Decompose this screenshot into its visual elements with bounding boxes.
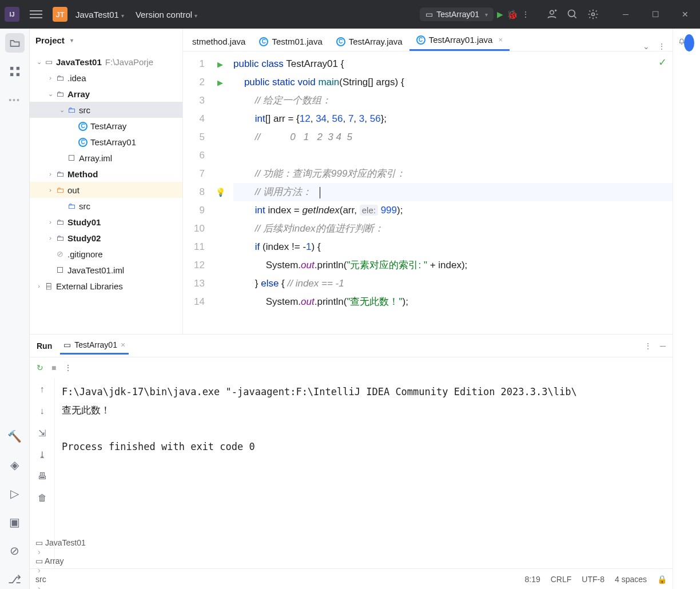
terminal-tool-button[interactable]: ▣ <box>5 512 25 532</box>
clear-icon[interactable]: 🗑 <box>34 490 50 506</box>
tree-row[interactable]: Array.iml <box>30 150 182 166</box>
notifications-icon[interactable] <box>678 33 695 50</box>
inspection-ok-icon: ✓ <box>658 56 667 69</box>
line-separator[interactable]: CRLF <box>551 575 572 584</box>
tree-row[interactable]: ⌄🗀Array <box>30 86 182 102</box>
svg-rect-7 <box>16 67 19 70</box>
problems-tool-button[interactable]: ⊘ <box>5 541 25 560</box>
editor-tab[interactable]: CTestm01.java <box>252 32 329 51</box>
run-panel-title: Run <box>37 341 52 351</box>
tab-list-chevron-icon[interactable]: ⌄ <box>643 42 650 51</box>
run-panel-options-button[interactable]: ⋮ <box>644 341 652 351</box>
tree-row[interactable]: ›🗀.idea <box>30 70 182 86</box>
run-gutter-icon[interactable]: ▶ <box>217 60 223 69</box>
chevron-down-icon: ▾ <box>194 13 197 19</box>
chevron-down-icon: ▾ <box>70 37 73 43</box>
tree-row[interactable]: JavaTest01.iml <box>30 262 182 278</box>
code-with-me-icon[interactable] <box>546 8 558 21</box>
project-tool-button[interactable] <box>5 33 25 53</box>
tree-row[interactable]: ⊘.gitignore <box>30 246 182 262</box>
build-tool-button[interactable]: 🔨 <box>5 427 25 446</box>
editor-tab[interactable]: stmethod.java <box>185 32 252 51</box>
run-gutter-icon[interactable]: ▶ <box>217 78 223 87</box>
svg-line-4 <box>574 16 576 18</box>
breadcrumb-item[interactable]: ▭ JavaTest01 <box>35 538 90 547</box>
run-config-icon: ▭ <box>425 10 433 19</box>
scroll-end-icon[interactable]: ⤓ <box>34 447 50 463</box>
rerun-button[interactable]: ↻ <box>37 363 43 372</box>
tree-row[interactable]: ›🗀Method <box>30 166 182 182</box>
code-content[interactable]: public class TestArray01 { public static… <box>231 51 673 334</box>
svg-rect-9 <box>16 73 19 76</box>
more-actions-button[interactable]: ⋮ <box>522 10 530 19</box>
settings-icon[interactable] <box>587 8 599 21</box>
run-configuration-selector[interactable]: ▭ TestArray01 ▾ <box>420 7 494 21</box>
svg-rect-6 <box>10 67 13 70</box>
print-icon[interactable]: 🖶 <box>34 468 50 484</box>
indent-setting[interactable]: 4 spaces <box>615 575 647 584</box>
tab-options-button[interactable]: ⋮ <box>658 42 666 51</box>
svg-point-0 <box>550 10 554 14</box>
titlebar: IJ JT JavaTest01▾ Version control▾ ▭ Tes… <box>0 0 700 29</box>
down-stack-icon[interactable]: ↓ <box>34 403 50 419</box>
code-editor[interactable]: ✓ 1234567891011121314 ▶▶💡 public class T… <box>183 51 673 334</box>
project-name: JavaTest01 <box>75 10 119 19</box>
readonly-lock-icon[interactable]: 🔒 <box>657 575 667 584</box>
tree-row[interactable]: CTestArray <box>30 118 182 134</box>
ide-logo-icon: IJ <box>5 7 19 22</box>
search-everywhere-icon[interactable] <box>566 8 579 21</box>
project-panel-header[interactable]: Project ▾ <box>30 29 182 51</box>
close-window-button[interactable]: ✕ <box>675 4 695 25</box>
tree-row[interactable]: 🗀src <box>30 198 182 214</box>
run-tab-label: TestArray01 <box>74 340 117 349</box>
tree-row[interactable]: ⌄🗀src <box>30 102 182 118</box>
chevron-down-icon: ▾ <box>485 11 488 18</box>
breadcrumbs[interactable]: ▭ JavaTest01›▭ Array› src›C TestArray01›… <box>35 538 90 590</box>
project-panel: Project ▾ ⌄▭JavaTest01F:\JavaPorje›🗀.ide… <box>30 29 183 334</box>
run-config-name: TestArray01 <box>436 10 479 19</box>
svg-point-3 <box>568 10 575 17</box>
tree-row[interactable]: ›⌸External Libraries <box>30 278 182 294</box>
line-number-gutter: 1234567891011121314 <box>183 51 209 334</box>
close-icon[interactable]: × <box>121 340 125 349</box>
bookmarks-tool-button[interactable]: ◈ <box>5 455 25 475</box>
tree-row[interactable]: ›🗀Study02 <box>30 230 182 246</box>
status-bar: ▭ JavaTest01›▭ Array› src›C TestArray01›… <box>30 568 673 589</box>
run-config-icon: ▭ <box>63 340 71 349</box>
structure-tool-button[interactable] <box>5 62 25 81</box>
editor-tab[interactable]: CTestArray.java <box>329 32 409 51</box>
more-tools-button[interactable]: ••• <box>5 90 25 110</box>
tree-row[interactable]: ›🗀out <box>30 182 182 198</box>
vcs-menu[interactable]: Version control▾ <box>132 7 201 22</box>
breadcrumb-item[interactable]: ▭ Array <box>35 556 90 566</box>
git-tool-button[interactable]: ⎇ <box>5 570 25 589</box>
run-button[interactable]: ▶ <box>497 10 503 19</box>
run-more-button[interactable]: ⋮ <box>64 363 72 372</box>
stop-button[interactable]: ■ <box>51 363 56 372</box>
minimize-button[interactable]: ─ <box>615 4 636 25</box>
project-tree[interactable]: ⌄▭JavaTest01F:\JavaPorje›🗀.idea⌄🗀Array⌄🗀… <box>30 51 182 334</box>
breadcrumb-item[interactable]: src <box>35 575 90 584</box>
left-tool-strip: ••• 🔨 ◈ ▷ ▣ ⊘ ⎇ <box>0 29 30 589</box>
hide-panel-button[interactable]: ─ <box>660 341 666 351</box>
file-encoding[interactable]: UTF-8 <box>582 575 604 584</box>
editor-tab[interactable]: CTestArray01.java× <box>409 30 510 51</box>
up-stack-icon[interactable]: ↑ <box>34 381 50 397</box>
main-menu-button[interactable] <box>30 10 42 18</box>
debug-button[interactable]: 🐞 <box>507 9 518 20</box>
tree-row[interactable]: CTestArray01 <box>30 134 182 150</box>
caret-position[interactable]: 8:19 <box>524 575 540 584</box>
run-toolbar: ↻ ■ ⋮ <box>30 357 673 378</box>
run-tool-button[interactable]: ▷ <box>5 484 25 503</box>
soft-wrap-icon[interactable]: ⇲ <box>34 425 50 441</box>
run-tab[interactable]: ▭ TestArray01 × <box>60 337 129 355</box>
tree-row[interactable]: ⌄▭JavaTest01F:\JavaPorje <box>30 54 182 70</box>
notification-dot-icon <box>684 34 694 51</box>
maximize-button[interactable]: ☐ <box>645 4 666 25</box>
intention-bulb-icon[interactable]: 💡 <box>216 188 225 197</box>
svg-point-5 <box>592 13 595 16</box>
tree-row[interactable]: ›🗀Study01 <box>30 214 182 230</box>
project-selector[interactable]: JavaTest01▾ <box>72 7 128 22</box>
close-icon[interactable]: × <box>498 35 503 44</box>
run-output[interactable]: F:\Java\jdk-17\bin\java.exe "-javaagent:… <box>55 378 673 568</box>
